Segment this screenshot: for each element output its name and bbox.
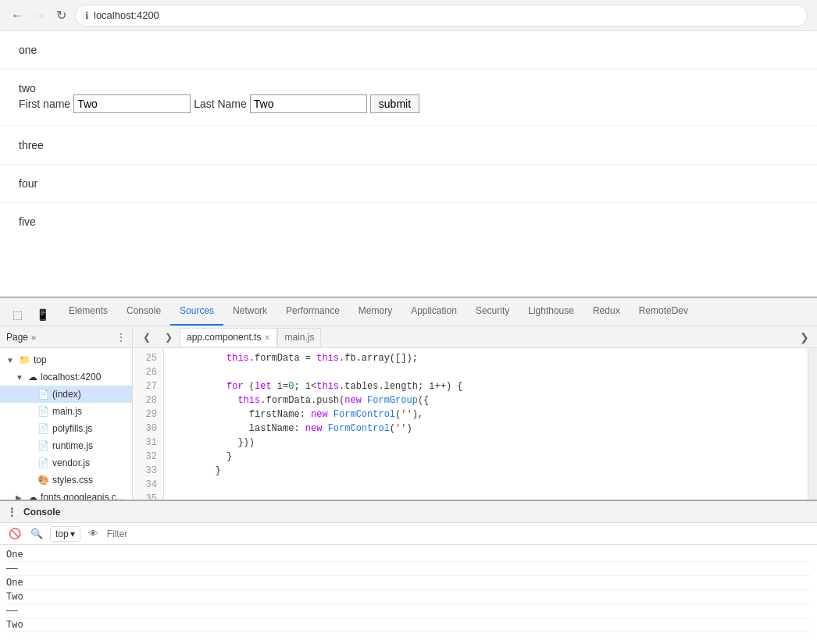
address-bar[interactable]: ℹ localhost:4200 [75,5,808,27]
console-context-select[interactable]: top ▾ [50,526,80,542]
console-line-text-3: Two [6,590,23,604]
tab-remotedev[interactable]: RemoteDev [630,297,697,326]
arrow-spacer [25,407,34,416]
lock-icon: ℹ [85,10,89,21]
sidebar-more-btn[interactable]: ⋮ [116,332,126,343]
tab-performance-label: Performance [286,305,340,316]
last-name-label: Last Name [194,98,247,110]
forward-button[interactable]: → [31,8,47,23]
tab-elements-label: Elements [69,305,108,316]
tree-item-index[interactable]: 📄 (index) [0,386,132,403]
console-section: ⋮ Console 🚫 🔍 top ▾ 👁 One —— One Two —— … [0,500,817,644]
section-three: three [0,126,817,165]
devtools-tabs: ⬚ 📱 Elements Console Sources Network Per… [0,298,817,326]
arrow-spacer [25,390,34,399]
section-four-label: four [19,177,798,190]
console-more-icon[interactable]: ⋮ [6,506,17,518]
devtools-icons: ⬚ 📱 [0,304,59,326]
line-num-31: 31 [133,436,163,450]
tab-elements[interactable]: Elements [59,297,117,326]
tab-memory[interactable]: Memory [349,297,401,326]
console-title: Console [23,507,60,518]
editor-tab-app-component[interactable]: app.component.ts ✕ [180,328,277,347]
code-line-26 [170,365,801,379]
chevron-down-icon: ▾ [70,528,75,539]
tree-label-styles: styles.css [52,475,132,486]
tree-label-index: (index) [52,389,132,400]
console-line-0: One [6,548,811,562]
sidebar-header: Page » ⋮ [0,326,132,348]
back-button[interactable]: ← [9,8,25,23]
console-line-2: One [6,576,811,590]
last-name-input[interactable] [250,94,367,113]
console-header: ⋮ Console [0,501,817,523]
tab-console[interactable]: Console [117,297,170,326]
console-filter-btn[interactable]: 🔍 [28,525,45,543]
arrow-icon: ▼ [16,373,25,382]
tab-lighthouse[interactable]: Lighthouse [519,297,583,326]
section-two: two First name Last Name submit [0,69,817,126]
navigate-fwd-btn[interactable]: ❯ [158,326,180,348]
tab-redux[interactable]: Redux [583,297,630,326]
tab-performance[interactable]: Performance [276,297,349,326]
first-name-label: First name [19,98,70,110]
tree-item-localhost[interactable]: ▼ ☁ localhost:4200 [0,368,132,386]
file-icon: 📄 [37,406,49,417]
tab-security-label: Security [476,305,509,316]
tree-item-top[interactable]: ▼ 📁 top [0,351,132,368]
tree-item-vendor[interactable]: 📄 vendor.js [0,454,132,471]
arrow-spacer [25,459,34,468]
code-line-29: firstName: new FormControl(''), [170,407,801,422]
section-one: one [0,31,817,69]
arrow-icon: ▼ [6,356,16,365]
tree-label-vendor: vendor.js [52,457,132,468]
line-num-34: 34 [133,478,163,492]
inspect-icon-btn[interactable]: ⬚ [6,304,28,326]
code-line-27: for (let i=0; i<this.tables.length; i++)… [170,379,801,393]
tree-item-runtime[interactable]: 📄 runtime.js [0,437,132,454]
console-filter-input[interactable] [107,528,811,539]
tab-application-label: Application [411,305,457,316]
navigate-back-btn[interactable]: ❮ [136,326,158,348]
url-text: localhost:4200 [94,9,159,21]
first-name-input[interactable] [73,94,191,113]
tree-item-polyfills[interactable]: 📄 polyfills.js [0,420,132,437]
console-line-5: Two [6,618,811,632]
tab-security[interactable]: Security [466,297,519,326]
section-five-partial: five [0,203,817,240]
device-icon-btn[interactable]: 📱 [31,304,53,326]
cloud-icon: ☁ [28,372,37,382]
browser-chrome: ← → ↻ ℹ localhost:4200 [0,0,817,31]
arrow-spacer [25,476,34,485]
code-line-30: lastName: new FormControl('') [170,422,801,436]
line-num-26: 26 [133,365,163,379]
line-num-27: 27 [133,379,163,393]
tab-sources[interactable]: Sources [170,297,223,326]
tab-network[interactable]: Network [223,297,276,326]
submit-button[interactable]: submit [370,94,419,113]
tree-item-styles[interactable]: 🎨 styles.css [0,471,132,489]
tab-application[interactable]: Application [401,297,466,326]
tree-label-runtime: runtime.js [52,440,132,451]
code-line-25: this.formData = this.fb.array([]); [170,351,801,365]
code-line-33: } [170,464,801,478]
console-eye-btn[interactable]: 👁 [85,525,102,543]
tree-label-polyfills: polyfills.js [52,423,132,434]
console-line-text-4: —— [6,604,17,618]
arrow-spacer [25,442,34,450]
editor-tab-main-js[interactable]: main.js [277,328,321,347]
console-clear-btn[interactable]: 🚫 [6,525,23,543]
sidebar-page-label: Page [6,332,28,343]
section-four: four [0,165,817,203]
console-line-4: —— [6,604,811,618]
reload-button[interactable]: ↻ [53,8,69,23]
css-icon: 🎨 [37,475,49,486]
tree-label-mainjs: main.js [52,406,132,417]
sidebar-expand-icon[interactable]: » [31,333,36,342]
editor-tab-close-btn[interactable]: ✕ [264,333,270,342]
tree-item-mainjs[interactable]: 📄 main.js [0,403,132,420]
tab-network-label: Network [233,305,267,316]
folder-icon: 📁 [19,354,30,365]
editor-expand-btn[interactable]: ❯ [795,328,814,347]
editor-tab-app-label: app.component.ts [187,332,261,343]
